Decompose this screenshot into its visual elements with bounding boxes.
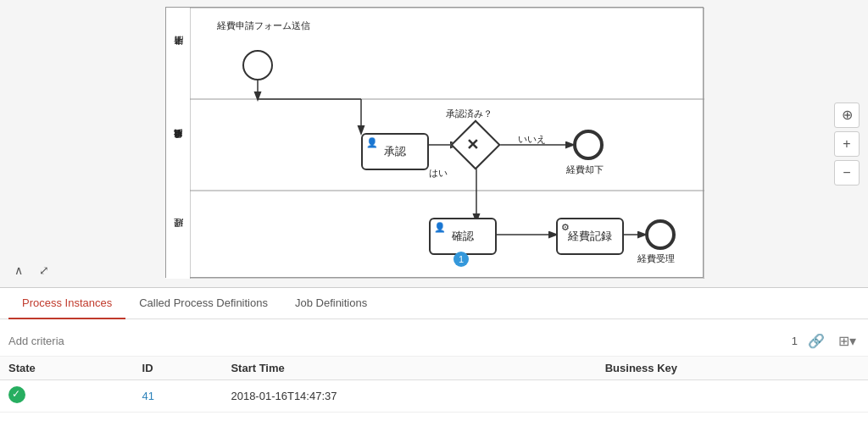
user-icon-confirm: 👤 [434, 222, 446, 233]
data-table: State ID Start Time Business Key 41 2018… [0, 357, 868, 413]
zoom-out-button[interactable]: − [834, 160, 860, 186]
bpmn-canvas: 申請者 経費申請承認者 経理 経費申請フォーム送信 👤 承認 ✕ 承認済み？ は… [165, 7, 704, 278]
accept-end-event [645, 219, 676, 250]
table-header-row: State ID Start Time Business Key [0, 357, 868, 380]
gear-icon-record: ⚙ [561, 222, 570, 233]
tab-process-instances[interactable]: Process Instances [8, 288, 125, 319]
gateway-yes-label: はい [429, 167, 448, 180]
business-key-cell [597, 380, 868, 413]
confirm-task-label: 確認 [452, 229, 474, 244]
filter-bar: 1 🔗 ⊞▾ [0, 326, 868, 357]
gateway-label: 承認済み？ [446, 108, 492, 120]
move-tool-button[interactable]: ⊕ [834, 102, 860, 128]
state-cell [0, 380, 134, 413]
gateway-x-mark: ✕ [466, 136, 479, 154]
zoom-in-button[interactable]: + [834, 131, 860, 157]
approval-task: 👤 承認 [361, 133, 429, 170]
diagram-area: 申請者 経費申請承認者 経理 経費申請フォーム送信 👤 承認 ✕ 承認済み？ は… [0, 0, 868, 288]
collapse-button[interactable]: ∧ [8, 260, 29, 280]
token-badge: 1 [453, 252, 469, 267]
col-start-time: Start Time [222, 357, 596, 380]
col-id: ID [134, 357, 223, 380]
expand-button[interactable]: ⤢ [34, 260, 54, 280]
lane-label-approver: 経費申請承認者 [166, 99, 190, 191]
record-task: ⚙ 経費記録 [556, 218, 624, 255]
diagram-toolbar: ⊕ + − [834, 102, 860, 186]
gateway-no-label: いいえ [518, 133, 546, 146]
download-icon-button[interactable]: ⊞▾ [835, 331, 860, 351]
col-business-key: Business Key [597, 357, 868, 380]
user-icon-approval: 👤 [366, 137, 378, 148]
start-time-cell: 2018-01-16T14:47:37 [222, 380, 596, 413]
lane-label-accountant: 経理 [166, 191, 190, 279]
col-state: State [0, 357, 134, 380]
reject-end-event [573, 130, 604, 160]
confirm-task: 👤 確認 [429, 218, 497, 255]
tab-called-process-definitions[interactable]: Called Process Definitions [125, 288, 281, 319]
lane-label-applicant: 申請者 [166, 8, 190, 99]
content-area: 1 🔗 ⊞▾ State ID Start Time Business Key … [0, 326, 868, 413]
state-active-icon [8, 386, 25, 403]
tabs-bar: Process Instances Called Process Definit… [0, 288, 868, 318]
table-row: 41 2018-01-16T14:47:37 [0, 380, 868, 413]
link-icon-button[interactable]: 🔗 [804, 331, 828, 351]
filter-count: 1 [792, 335, 798, 347]
id-cell[interactable]: 41 [134, 380, 223, 413]
tabs-area: Process Instances Called Process Definit… [0, 288, 868, 319]
reject-end-label: 経費却下 [566, 163, 604, 176]
accept-end-label: 経費受理 [637, 252, 675, 265]
diagram-bottom-controls: ∧ ⤢ [8, 260, 54, 280]
approval-task-label: 承認 [384, 144, 406, 159]
start-event-label: 経費申請フォーム送信 [217, 19, 285, 32]
tab-job-definitions[interactable]: Job Definitions [281, 288, 381, 319]
start-event [242, 50, 273, 80]
filter-input[interactable] [8, 335, 785, 347]
record-task-label: 経費記録 [568, 229, 612, 244]
